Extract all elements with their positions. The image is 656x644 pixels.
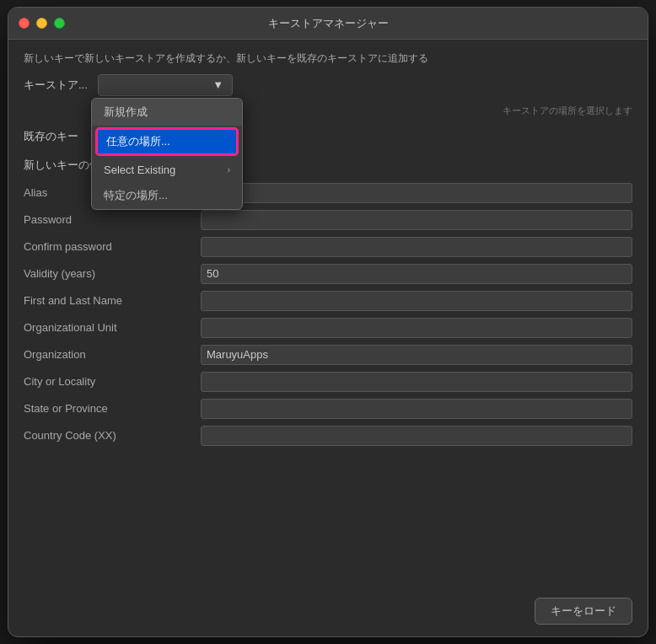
label-organization: Organization bbox=[24, 348, 201, 361]
bottom-bar: キーをロード bbox=[8, 589, 648, 636]
form-row-country: Country Code (XX) bbox=[24, 424, 632, 448]
main-content: 新しいキーで新しいキーストアを作成するか、新しいキーを既存のキーストアに追加する… bbox=[8, 40, 648, 589]
label-city: City or Locality bbox=[24, 375, 201, 388]
form-row-organization: Organization bbox=[24, 343, 632, 367]
minimize-button[interactable] bbox=[36, 18, 47, 29]
keystore-row: キーストア... ▼ 新規作成 任意の場所... Sel bbox=[24, 74, 632, 96]
close-button[interactable] bbox=[19, 18, 30, 29]
input-confirm-password[interactable] bbox=[201, 237, 632, 257]
form-row-password: Password bbox=[24, 208, 632, 232]
keystore-label: キーストア... bbox=[24, 78, 91, 93]
label-validity: Validity (years) bbox=[24, 267, 201, 280]
form-row-validity: Validity (years) bbox=[24, 262, 632, 286]
input-password[interactable] bbox=[201, 210, 632, 230]
input-alias[interactable] bbox=[201, 183, 632, 203]
label-name: First and Last Name bbox=[24, 294, 201, 307]
form-row-state: State or Province bbox=[24, 397, 632, 421]
dropdown-item-select-existing[interactable]: Select Existing › bbox=[92, 158, 242, 182]
input-organization[interactable] bbox=[201, 345, 632, 365]
form-row-city: City or Locality bbox=[24, 370, 632, 394]
main-window: キーストアマネージャー 新しいキーで新しいキーストアを作成するか、新しいキーを既… bbox=[8, 7, 648, 637]
input-org-unit[interactable] bbox=[201, 318, 632, 338]
subtitle: 新しいキーで新しいキーストアを作成するか、新しいキーを既存のキーストアに追加する bbox=[24, 51, 632, 66]
maximize-button[interactable] bbox=[54, 18, 65, 29]
dropdown-item-new-create[interactable]: 新規作成 bbox=[92, 99, 242, 126]
window-title: キーストアマネージャー bbox=[268, 16, 389, 31]
input-name[interactable] bbox=[201, 291, 632, 311]
chevron-right-icon: › bbox=[228, 165, 230, 174]
keystore-dropdown[interactable]: ▼ bbox=[98, 74, 233, 96]
label-state: State or Province bbox=[24, 402, 201, 415]
label-org-unit: Organizational Unit bbox=[24, 321, 201, 334]
input-state[interactable] bbox=[201, 399, 632, 419]
traffic-lights bbox=[19, 18, 65, 29]
label-confirm-password: Confirm password bbox=[24, 240, 201, 253]
form-row-org-unit: Organizational Unit bbox=[24, 316, 632, 340]
load-key-button[interactable]: キーをロード bbox=[535, 598, 632, 625]
dropdown-item-specific-location[interactable]: 特定の場所... bbox=[92, 182, 242, 209]
form-grid: Alias Password Confirm password Validity… bbox=[24, 181, 632, 448]
highlighted-option-wrap: 任意の場所... bbox=[95, 127, 239, 156]
title-bar: キーストアマネージャー bbox=[8, 8, 648, 40]
dropdown-item-any-location[interactable]: 任意の場所... bbox=[98, 130, 236, 153]
dropdown-arrow-icon: ▼ bbox=[212, 78, 223, 91]
form-row-name: First and Last Name bbox=[24, 289, 632, 313]
label-country: Country Code (XX) bbox=[24, 429, 201, 442]
input-city[interactable] bbox=[201, 372, 632, 392]
input-validity[interactable] bbox=[201, 264, 632, 284]
label-password: Password bbox=[24, 213, 201, 226]
dropdown-menu: 新規作成 任意の場所... Select Existing › 特定の場所... bbox=[91, 98, 243, 210]
input-country[interactable] bbox=[201, 426, 632, 446]
form-row-confirm-password: Confirm password bbox=[24, 235, 632, 259]
